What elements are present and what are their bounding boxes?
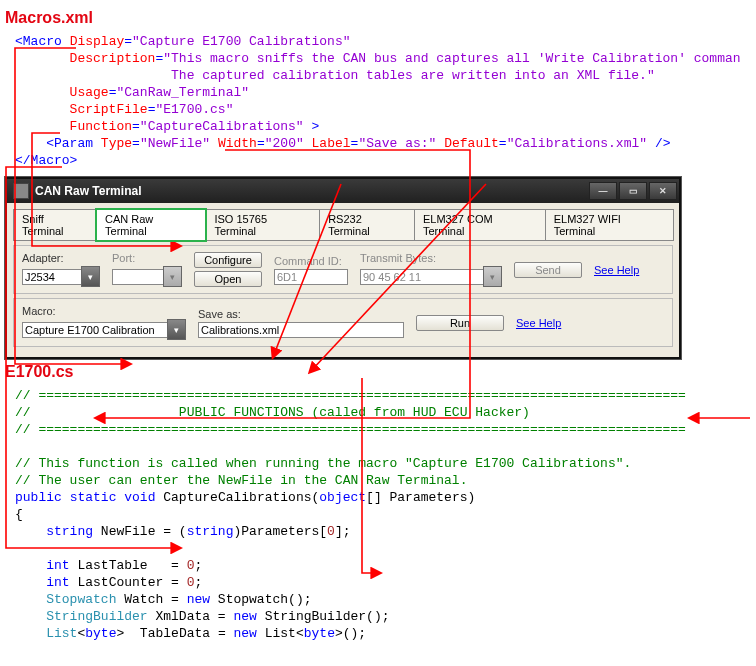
xml-attr: Usage	[70, 85, 109, 100]
xml-attr: Function	[70, 119, 132, 134]
xml-attr: Description	[70, 51, 156, 66]
cs-num: 0	[327, 524, 335, 539]
cs-comment: // PUBLIC FUNCTIONS (called from HUD ECU…	[15, 405, 530, 420]
xml-val: "This macro sniffs the CAN bus and captu…	[163, 51, 740, 66]
txbytes-input	[360, 269, 484, 285]
cs-kw: byte	[85, 626, 116, 641]
adapter-label: Adapter:	[22, 252, 100, 264]
macro-label: Macro:	[22, 305, 186, 317]
cs-text: > TableData =	[116, 626, 233, 641]
cs-kw: string	[187, 524, 234, 539]
xml-val: "NewFile"	[140, 136, 210, 151]
cmdid-input	[274, 269, 348, 285]
adapter-select[interactable]	[22, 269, 82, 285]
xml-close: />	[647, 136, 670, 151]
cs-text: ;	[194, 558, 202, 573]
cs-text: >();	[335, 626, 366, 641]
terminal-window: CAN Raw Terminal — ▭ ✕ Sniff Terminal CA…	[5, 177, 681, 359]
port-select	[112, 269, 164, 285]
dropdown-icon[interactable]: ▾	[167, 319, 186, 340]
open-button[interactable]: Open	[194, 271, 262, 287]
macro-select[interactable]	[22, 322, 168, 338]
cs-text: <	[296, 626, 304, 641]
cs-text: CaptureCalibrations(	[155, 490, 319, 505]
tab-strip: Sniff Terminal CAN Raw Terminal ISO 1576…	[13, 209, 673, 241]
cs-comment: // =====================================…	[15, 422, 686, 437]
xml-val: "E1700.cs"	[155, 102, 233, 117]
xml-attr: Type	[101, 136, 132, 151]
configure-button[interactable]: Configure	[194, 252, 262, 268]
window-titlebar: CAN Raw Terminal — ▭ ✕	[7, 179, 679, 203]
saveas-input[interactable]	[198, 322, 404, 338]
tab-iso15765[interactable]: ISO 15765 Terminal	[205, 209, 320, 241]
cs-code-block: // =====================================…	[15, 387, 756, 642]
cs-type: List	[46, 626, 77, 641]
tab-elm327wifi[interactable]: ELM327 WIFI Terminal	[545, 209, 674, 241]
cs-type: StringBuilder	[46, 609, 147, 624]
xml-attr: Display	[70, 34, 125, 49]
cs-kw: new	[233, 609, 256, 624]
close-button[interactable]: ✕	[649, 182, 677, 200]
xml-attr: Default	[444, 136, 499, 151]
cs-kw: byte	[304, 626, 335, 641]
cs-kw: int	[46, 575, 69, 590]
saveas-label: Save as:	[198, 308, 404, 320]
help-link[interactable]: See Help	[516, 317, 561, 329]
cs-text: {	[15, 507, 23, 522]
cs-text: ;	[194, 575, 202, 590]
cs-text: NewFile = (	[93, 524, 187, 539]
xml-tag: </Macro>	[15, 153, 77, 168]
cs-type: Stopwatch	[46, 592, 116, 607]
xml-val: "CanRaw_Terminal"	[116, 85, 249, 100]
xml-attr: Label	[312, 136, 351, 151]
xml-val: "Save as:"	[358, 136, 436, 151]
help-link[interactable]: See Help	[594, 264, 639, 276]
cs-kw: string	[46, 524, 93, 539]
dropdown-icon[interactable]: ▾	[81, 266, 100, 287]
window-title: CAN Raw Terminal	[35, 184, 141, 198]
cs-comment: // This function is called when running …	[15, 456, 631, 471]
cs-text: Watch =	[116, 592, 186, 607]
xml-attr: Width	[218, 136, 257, 151]
xml-close: >	[304, 119, 320, 134]
cs-text: XmlData =	[148, 609, 234, 624]
cs-comment: // The user can enter the NewFile in the…	[15, 473, 467, 488]
heading-cs: E1700.cs	[5, 363, 756, 381]
tab-sniff[interactable]: Sniff Terminal	[13, 209, 97, 241]
minimize-button[interactable]: —	[589, 182, 617, 200]
cs-text: Stopwatch();	[210, 592, 311, 607]
xml-val: "200"	[265, 136, 304, 151]
cs-text: List	[257, 626, 296, 641]
send-button: Send	[514, 262, 582, 278]
cs-text: )Parameters[	[233, 524, 327, 539]
cs-kw: object	[319, 490, 366, 505]
dropdown-icon: ▾	[163, 266, 182, 287]
cs-kw: public	[15, 490, 62, 505]
xml-val: "Calibrations.xml"	[507, 136, 647, 151]
cs-text: [] Parameters)	[366, 490, 475, 505]
cs-comment: // =====================================…	[15, 388, 686, 403]
macro-panel: Macro: ▾ Save as: Run See Help	[13, 298, 673, 347]
port-label: Port:	[112, 252, 182, 264]
xml-attr: ScriptFile	[70, 102, 148, 117]
tab-canraw[interactable]: CAN Raw Terminal	[96, 209, 206, 241]
xml-val: "Capture E1700 Calibrations"	[132, 34, 350, 49]
run-button[interactable]: Run	[416, 315, 504, 331]
cs-text: ];	[335, 524, 351, 539]
maximize-button[interactable]: ▭	[619, 182, 647, 200]
xml-val: "CaptureCalibrations"	[140, 119, 304, 134]
cs-kw: void	[124, 490, 155, 505]
cs-text: LastTable =	[70, 558, 187, 573]
tab-rs232[interactable]: RS232 Terminal	[319, 209, 415, 241]
xml-code-block: <Macro Display="Capture E1700 Calibratio…	[15, 33, 756, 169]
app-icon	[13, 183, 29, 199]
cs-text: LastCounter =	[70, 575, 187, 590]
txbytes-label: Transmit Bytes:	[360, 252, 502, 264]
cs-kw: int	[46, 558, 69, 573]
dropdown-icon: ▾	[483, 266, 502, 287]
cmdid-label: Command ID:	[274, 255, 348, 267]
tab-elm327com[interactable]: ELM327 COM Terminal	[414, 209, 546, 241]
heading-macros: Macros.xml	[5, 9, 756, 27]
xml-tag: <Param	[46, 136, 93, 151]
cs-text: StringBuilder();	[257, 609, 390, 624]
